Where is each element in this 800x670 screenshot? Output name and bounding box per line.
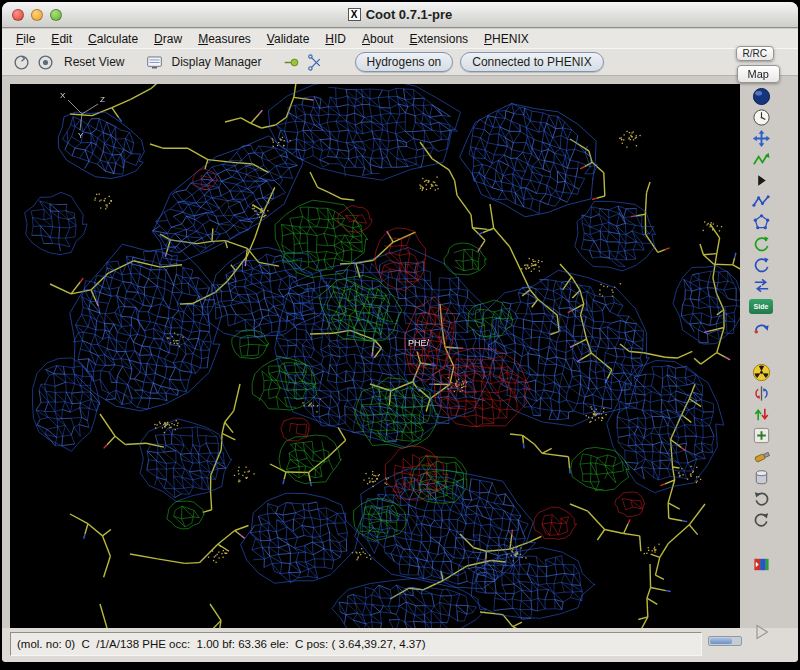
toolbar: Reset View Display Manager Hydrogens on … <box>2 48 798 76</box>
target-circle-icon[interactable] <box>34 51 56 73</box>
coot-window: X Coot 0.7.1-pre FileEditCalculateDrawMe… <box>0 0 800 670</box>
radiation-icon[interactable] <box>748 362 774 383</box>
map-button[interactable]: Map <box>737 65 780 83</box>
zoom-button[interactable] <box>50 9 62 21</box>
up-down-arrows-icon[interactable] <box>748 404 774 425</box>
main-area: Side <box>2 76 798 628</box>
pan-arrows-icon[interactable] <box>748 128 774 149</box>
display-manager-button[interactable]: Display Manager <box>138 49 266 75</box>
hydrogens-toggle-button[interactable]: Hydrogens on <box>355 52 454 72</box>
undo-icon[interactable] <box>748 509 774 530</box>
side-chain-icon[interactable]: Side <box>748 296 774 317</box>
menu-about[interactable]: About <box>354 30 401 48</box>
menu-validate[interactable]: Validate <box>259 30 318 48</box>
flip-arc-icon[interactable] <box>748 317 774 338</box>
close-button[interactable] <box>12 9 24 21</box>
title-wrap: X Coot 0.7.1-pre <box>348 7 453 22</box>
pentagon-atoms-icon[interactable] <box>748 212 774 233</box>
display-manager-icon <box>143 51 165 73</box>
title-bar[interactable]: X Coot 0.7.1-pre <box>2 2 798 28</box>
status-bar: (mol. no: 0) C /1/A/138 PHE occ: 1.00 bf… <box>2 628 798 662</box>
cycle-blue-icon[interactable] <box>748 254 774 275</box>
menu-phenix[interactable]: PHENIX <box>476 30 537 48</box>
rrc-button[interactable]: R/RC <box>736 46 774 61</box>
palette-icon[interactable] <box>748 554 774 575</box>
menu-measures[interactable]: Measures <box>190 30 259 48</box>
menu-calculate[interactable]: Calculate <box>80 30 146 48</box>
x11-icon: X <box>348 8 361 21</box>
clock-icon[interactable] <box>748 107 774 128</box>
tool-sidebar: Side <box>740 84 782 628</box>
add-box-icon[interactable] <box>748 425 774 446</box>
zigzag-green-icon[interactable] <box>748 149 774 170</box>
menu-file[interactable]: File <box>8 30 43 48</box>
zigzag-blue-icon[interactable] <box>748 191 774 212</box>
window-frame: X Coot 0.7.1-pre FileEditCalculateDrawMe… <box>2 2 798 662</box>
window-title: Coot 0.7.1-pre <box>366 7 453 22</box>
status-text: (mol. no: 0) C /1/A/138 PHE occ: 1.00 bf… <box>10 632 702 656</box>
sphere-icon[interactable] <box>748 86 774 107</box>
resize-grip-icon[interactable] <box>750 620 774 644</box>
scrollbar-thumb[interactable] <box>710 638 732 644</box>
menu-extensions[interactable]: Extensions <box>401 30 476 48</box>
cylinder-icon[interactable] <box>748 467 774 488</box>
small-play-icon[interactable] <box>748 170 774 191</box>
swap-arrows-icon[interactable] <box>748 275 774 296</box>
display-manager-label: Display Manager <box>171 55 261 69</box>
green-pin-icon[interactable] <box>281 51 303 73</box>
torsion-arrows-icon[interactable] <box>748 383 774 404</box>
menu-hid[interactable]: HID <box>317 30 354 48</box>
traffic-lights <box>12 9 62 21</box>
phenix-status-button[interactable]: Connected to PHENIX <box>460 52 603 72</box>
scissors-icon[interactable] <box>305 51 327 73</box>
reset-circle-icon[interactable] <box>10 51 32 73</box>
cycle-green-icon[interactable] <box>748 233 774 254</box>
gold-brush-icon[interactable] <box>748 446 774 467</box>
mini-scrollbar[interactable] <box>708 636 742 646</box>
gl-canvas[interactable] <box>10 84 740 628</box>
menu-edit[interactable]: Edit <box>43 30 80 48</box>
minimize-button[interactable] <box>31 9 43 21</box>
menu-bar: FileEditCalculateDrawMeasuresValidateHID… <box>2 29 798 48</box>
menu-draw[interactable]: Draw <box>146 30 190 48</box>
redo-icon[interactable] <box>748 488 774 509</box>
reset-view-button[interactable]: Reset View <box>58 53 130 71</box>
